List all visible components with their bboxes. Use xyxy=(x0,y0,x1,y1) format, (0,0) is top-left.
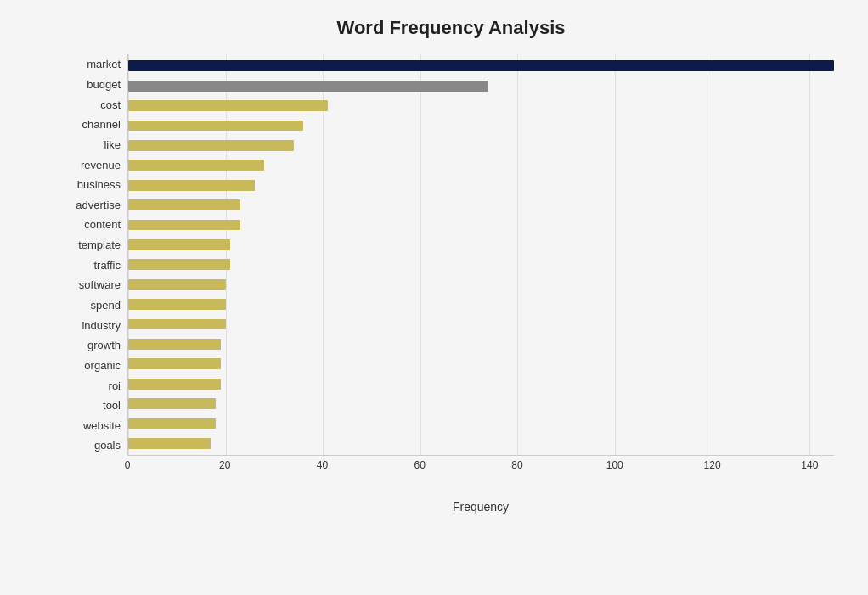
y-label-budget: budget xyxy=(68,79,121,90)
bar-row-website xyxy=(128,413,834,433)
y-label-roi: roi xyxy=(68,380,121,391)
y-label-organic: organic xyxy=(68,360,121,371)
y-label-template: template xyxy=(68,239,121,250)
bar-row-market xyxy=(128,56,834,76)
bar-row-traffic xyxy=(128,255,834,274)
bar-like xyxy=(128,140,294,151)
bar-row-like xyxy=(128,136,834,155)
chart-title: Word Frequency Analysis xyxy=(68,17,834,39)
bar-row-revenue xyxy=(128,155,834,175)
bar-industry xyxy=(128,319,226,330)
x-tick-140: 140 xyxy=(801,459,818,471)
bars-inner xyxy=(128,54,834,455)
y-label-business: business xyxy=(68,179,121,190)
y-label-like: like xyxy=(68,139,121,150)
bar-row-content xyxy=(128,215,834,234)
bar-row-spend xyxy=(128,295,834,314)
y-labels: marketbudgetcostchannellikerevenuebusine… xyxy=(68,54,127,456)
y-label-industry: industry xyxy=(68,320,121,331)
y-label-content: content xyxy=(68,219,121,230)
bar-roi xyxy=(128,379,221,390)
y-label-tool: tool xyxy=(68,400,121,411)
y-label-goals: goals xyxy=(68,440,121,451)
bar-tool xyxy=(128,398,216,409)
chart-area: marketbudgetcostchannellikerevenuebusine… xyxy=(68,54,834,514)
bar-row-software xyxy=(128,274,834,294)
bar-row-business xyxy=(128,175,834,194)
bar-cost xyxy=(128,100,328,111)
bar-revenue xyxy=(128,160,264,171)
bar-row-tool xyxy=(128,394,834,413)
x-tick-0: 0 xyxy=(125,459,131,471)
bar-content xyxy=(128,220,240,231)
bar-goals xyxy=(128,438,211,449)
bar-row-goals xyxy=(128,434,834,453)
bar-spend xyxy=(128,299,226,310)
bar-row-budget xyxy=(128,76,834,95)
bar-business xyxy=(128,180,255,191)
y-label-revenue: revenue xyxy=(68,160,121,171)
x-axis: 020406080100120140 xyxy=(127,459,834,476)
y-label-advertise: advertise xyxy=(68,199,121,210)
x-tick-20: 20 xyxy=(219,459,230,471)
bar-row-template xyxy=(128,235,834,255)
x-tick-80: 80 xyxy=(511,459,522,471)
bar-growth xyxy=(128,339,221,350)
bar-budget xyxy=(128,81,488,92)
bar-row-growth xyxy=(128,334,834,354)
chart-container: Word Frequency Analysis marketbudgetcost… xyxy=(0,0,868,595)
bars-wrapper xyxy=(127,54,834,456)
bar-software xyxy=(128,279,226,290)
bar-website xyxy=(128,418,216,429)
x-tick-60: 60 xyxy=(414,459,426,471)
x-axis-label: Frequency xyxy=(127,500,834,514)
bar-row-industry xyxy=(128,314,834,334)
bar-advertise xyxy=(128,199,240,210)
y-label-spend: spend xyxy=(68,300,121,311)
x-tick-120: 120 xyxy=(704,459,721,471)
bar-market xyxy=(128,60,834,71)
y-label-market: market xyxy=(68,59,121,70)
bar-traffic xyxy=(128,259,230,270)
bar-row-roi xyxy=(128,374,834,394)
x-tick-40: 40 xyxy=(317,459,328,471)
bar-row-cost xyxy=(128,96,834,115)
y-label-channel: channel xyxy=(68,119,121,130)
y-label-cost: cost xyxy=(68,99,121,110)
y-label-growth: growth xyxy=(68,340,121,351)
bar-template xyxy=(128,239,230,250)
y-label-website: website xyxy=(68,420,121,431)
grid-and-bars: marketbudgetcostchannellikerevenuebusine… xyxy=(68,54,834,456)
x-tick-100: 100 xyxy=(606,459,623,471)
bar-row-channel xyxy=(128,115,834,135)
bar-organic xyxy=(128,358,221,369)
bar-row-advertise xyxy=(128,195,834,215)
bar-row-organic xyxy=(128,354,834,373)
y-label-traffic: traffic xyxy=(68,260,121,271)
bar-channel xyxy=(128,121,303,132)
y-label-software: software xyxy=(68,279,121,290)
